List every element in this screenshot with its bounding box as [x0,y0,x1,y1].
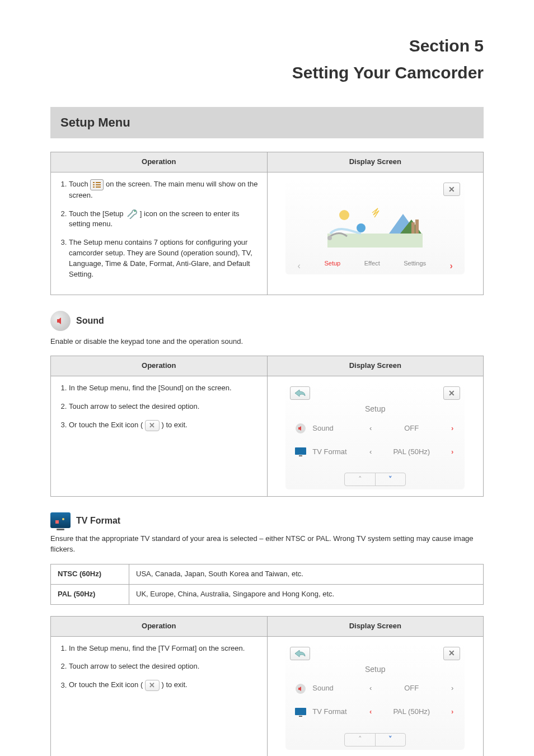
pager[interactable]: ˄ ˅ [344,733,406,746]
setup-menu-table: Operation Display Screen Touch on the sc… [50,152,484,295]
step-1: Touch on the screen. The main menu will … [69,179,259,201]
sound-table: Operation Display Screen In the Setup me… [50,356,484,497]
ntsc-desc: USA, Canada, Japan, South Korea and Taiw… [129,564,484,585]
chevron-left-icon[interactable]: ‹ [366,683,375,694]
row-tvformat-label: TV Format [312,447,362,458]
svg-point-8 [339,210,349,220]
row-sound-value: OFF [380,683,443,694]
menu-category-row: ‹ Setup Effect Settings › [285,259,465,272]
back-icon[interactable] [290,386,310,400]
row-sound: Sound ‹ OFF › [293,677,457,701]
section-label: Section 5 [50,34,484,58]
col-display: Display Screen [267,152,484,172]
page-title: Setting Your Camcorder [50,60,484,85]
speaker-icon [293,682,308,696]
close-icon[interactable]: ✕ [443,386,460,400]
page-down-icon[interactable]: ˅ [375,473,406,486]
tv-icon [293,705,308,720]
setup-menu-banner: Setup Menu [50,107,484,138]
category-effect[interactable]: Effect [364,259,380,272]
pager[interactable]: ˄ ˅ [344,473,406,486]
setup-menu-screen-cell: ✕ [267,172,484,295]
category-setup[interactable]: Setup [324,259,340,272]
sound-description: Enable or disable the keypad tone and th… [50,337,484,347]
svg-point-6 [134,211,136,212]
chevron-left-icon[interactable]: ‹ [366,423,375,434]
svg-rect-7 [327,234,423,248]
sound-steps-cell: In the Setup menu, find the [Sound] on t… [51,376,268,497]
col-display: Display Screen [267,356,484,376]
chevron-right-icon[interactable]: › [450,259,453,272]
setup-screen-tvformat: ✕ Setup Sound ‹ OFF › [285,643,465,750]
svg-rect-4 [93,186,95,188]
category-settings[interactable]: Settings [404,259,426,272]
svg-point-17 [62,518,64,520]
tvformat-description: Ensure that the appropriate TV standard … [50,534,484,555]
svg-rect-5 [96,186,101,188]
chevron-left-icon[interactable]: ‹ [366,707,375,717]
sound-step-3: Or touch the Exit icon ( ✕ ) to exit. [69,420,259,431]
page-up-icon[interactable]: ˄ [345,734,375,746]
wrench-setup-icon [125,209,138,219]
col-operation: Operation [51,152,268,172]
setup-screen-sound: ✕ Setup Sound ‹ OFF › [285,383,465,489]
tvformat-heading: TV Format [76,514,120,527]
speaker-icon [293,421,308,436]
svg-point-12 [327,236,332,240]
back-icon[interactable] [290,647,310,660]
ntsc-pal-table: NTSC (60Hz) USA, Canada, Japan, South Ko… [50,564,484,605]
chevron-right-icon[interactable]: › [448,683,457,694]
menu-icon [90,179,104,190]
svg-rect-19 [295,708,306,715]
row-sound: Sound ‹ OFF › [293,417,457,440]
svg-rect-15 [299,455,302,456]
row-tvformat-value: PAL (50Hz) [380,447,443,458]
setup-menu-steps-cell: Touch on the screen. The main menu will … [51,172,268,295]
sound-screen-cell: ✕ Setup Sound ‹ OFF › [267,376,484,497]
svg-rect-20 [299,716,302,717]
row-tvformat-label: TV Format [312,707,362,717]
col-operation: Operation [51,356,268,376]
row-tvformat-value: PAL (50Hz) [380,707,443,717]
row-sound-label: Sound [312,423,362,434]
chevron-left-icon[interactable]: ‹ [298,259,301,272]
page-down-icon[interactable]: ˅ [375,734,406,746]
sound-heading: Sound [76,314,104,327]
row-tvformat: TV Format ‹ PAL (50Hz) › [293,701,457,724]
chevron-right-icon[interactable]: › [448,447,457,458]
close-icon: ✕ [145,680,160,691]
svg-rect-3 [96,184,101,185]
chevron-right-icon[interactable]: › [448,707,457,717]
tvformat-step-2: Touch arrow to select the desired option… [69,661,259,672]
setup-screen-title: Setup [285,664,465,675]
svg-point-11 [357,223,366,232]
svg-rect-9 [411,222,415,234]
tv-icon [293,445,308,459]
page-up-icon[interactable]: ˄ [345,473,375,486]
sound-step-1: In the Setup menu, find the [Sound] on t… [69,383,259,394]
table-row: NTSC (60Hz) USA, Canada, Japan, South Ko… [51,564,484,585]
svg-rect-1 [96,182,101,183]
setup-screen-title: Setup [285,403,465,414]
row-tvformat: TV Format ‹ PAL (50Hz) › [293,440,457,464]
menu-illustration [285,193,465,258]
chevron-right-icon[interactable]: › [448,423,457,434]
table-row: PAL (50Hz) UK, Europe, China, Australia,… [51,584,484,604]
tvformat-step-1: In the Setup menu, find the [TV Format] … [69,643,259,654]
sound-step-2: Touch arrow to select the desired option… [69,402,259,412]
main-menu-screen: ✕ [285,179,465,274]
svg-rect-10 [415,220,419,234]
tv-icon [50,512,71,528]
step-2: Touch the [Setup ] icon on the screen to… [69,209,259,230]
chevron-left-icon[interactable]: ‹ [366,447,375,458]
tvformat-step-3: Or touch the Exit icon ( ✕ ) to exit. [69,680,259,691]
svg-rect-16 [55,520,59,524]
pal-label: PAL (50Hz) [51,584,129,604]
step-3: The Setup menu contains 7 options for co… [69,237,259,279]
svg-rect-2 [93,184,95,185]
col-display: Display Screen [267,616,484,636]
svg-rect-14 [295,447,306,455]
ntsc-label: NTSC (60Hz) [51,564,129,585]
row-sound-label: Sound [312,683,362,694]
close-icon[interactable]: ✕ [443,647,460,660]
